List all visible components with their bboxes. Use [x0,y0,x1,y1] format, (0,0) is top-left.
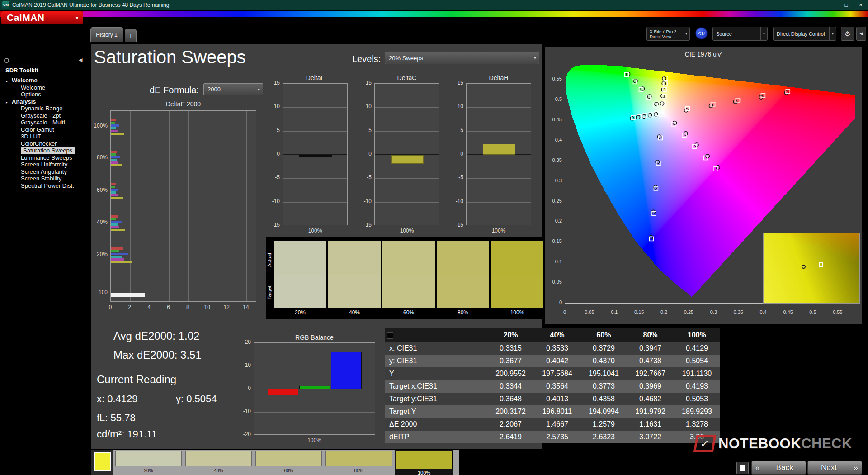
calman-logo-text: CalMAN [1,12,71,23]
target-swatch [274,275,326,308]
deltae-bar [111,218,116,220]
chevron-down-icon: ▾ [683,27,689,40]
tile-swatch [326,451,392,466]
sidebar-item-saturation-sweeps[interactable]: Saturation Sweeps [0,147,89,154]
source-dropdown[interactable]: Source ▾ [712,27,768,41]
deltaC-chart-title: DeltaC [374,74,439,81]
meter-count-badge[interactable]: 237 [695,27,708,39]
deltae-bar [111,156,120,158]
expander-icon: ▸ [6,99,12,106]
levels-dropdown[interactable]: 20% Sweeps ▾ [385,52,539,64]
back-button[interactable]: « Back [751,461,806,475]
sidebar-item-grayscale-multi[interactable]: Grayscale - Multi [0,119,89,126]
sidebar-item-colorchecker[interactable]: ColorChecker [0,140,89,147]
deltaC-plot [374,83,439,225]
window-title: CalMAN 2019 CalMAN Ultimate for Business… [12,2,169,8]
chevron-down-icon: ▾ [829,27,836,40]
sidebar-title: SDR Toolkit [5,67,38,74]
sidebar-item-screen-stability[interactable]: Screen Stability [0,175,89,182]
deltae-bar [111,250,119,252]
current-patch-preview [94,452,111,471]
deltaH-chart-title: DeltaH [466,74,531,81]
sidebar-item-grayscale-2pt[interactable]: Grayscale - 2pt [0,112,89,119]
minimize-button[interactable]: ─ [825,0,839,10]
next-button[interactable]: Next » [807,461,862,475]
actual-row-label: Actual [267,244,273,276]
table-row: Target x:CIE310.33440.35640.37730.39690.… [385,380,720,393]
table-header: 60% [580,328,627,342]
table-header [385,328,487,342]
rgb-balance-plot [254,342,375,435]
swatch-20% [274,241,326,308]
saturation-tile-100%[interactable]: 100% [395,450,453,475]
saturation-tile-80%[interactable]: 80% [325,450,393,475]
table-row: dEITP2.64192.57352.63233.07223.86 [385,431,720,443]
add-tab-button[interactable]: + [125,29,137,42]
deltae-chart-title: DeltaE 2000 [110,100,256,108]
sidebar-item-color-gamut[interactable]: Color Gamut [0,126,89,133]
current-reading-label: Current Reading [97,373,176,386]
target-swatch [437,275,489,308]
deltae-bar [111,119,116,121]
notebookcheck-watermark: ✓ NOTEBOOKCHECK [695,435,852,452]
settings-gear-button[interactable]: ⚙ [841,27,854,41]
meter-dropdown[interactable]: X-Rite i1Pro 2 Direct View ▾ [646,27,690,41]
close-button[interactable]: × [854,0,868,10]
sidebar-item-options[interactable]: Options [0,91,89,98]
deltae-bar [111,186,115,188]
deltae-bar [111,256,122,258]
sidebar-item-spectral-power-dist-[interactable]: Spectral Power Dist. [0,182,89,190]
actual-swatch [491,241,543,275]
x-readout: x: 0.4129 [97,393,138,405]
swatch-80% [437,241,489,308]
swatch-100% [491,241,543,308]
tab-history-1[interactable]: History 1 [90,27,123,42]
sidebar-tree: ▸WelcomeWelcomeOptions▸AnalysisDynamic R… [0,77,89,189]
tile-label: 40% [184,467,253,475]
calman-logo-menu[interactable]: CalMAN ▼ [1,11,83,24]
deltae-bar [111,226,119,228]
deltae-bar [111,247,123,250]
swatch-40% [328,241,381,308]
rainbow-strip [0,11,868,17]
sidebar-item-luminance-sweeps[interactable]: Luminance Sweeps [0,154,89,162]
swatch-label: 100% [491,309,543,316]
display-control-dropdown[interactable]: Direct Display Control ▾ [773,27,836,41]
sidebar-item-welcome[interactable]: Welcome [0,84,89,91]
sidebar-item-3d-lut[interactable]: 3D LUT [0,133,89,140]
sidebar-item-analysis[interactable]: ▸Analysis [0,98,89,105]
avg-de-readout: Avg dE2000: 1.02 [113,330,199,342]
y-readout: y: 0.5054 [176,393,217,405]
deltae-bar [111,153,116,156]
logo-dropdown-icon: ▼ [71,11,83,24]
saturation-tile-40%[interactable]: 40% [184,450,253,475]
sidebar-item-dynamic-range[interactable]: Dynamic Range [0,105,89,112]
tile-label: 100% [395,469,453,475]
de-formula-dropdown[interactable]: 2000 ▾ [203,83,263,95]
deltae-bar [111,133,124,135]
deltae-bar [111,215,118,218]
panel-collapse-button[interactable]: ◀ [856,27,866,41]
saturation-tile-60%[interactable]: 60% [255,450,323,475]
cie-chart-title: CIE 1976 u'v' [545,51,862,58]
expander-icon: ▸ [6,78,12,85]
sidebar-record-icon[interactable] [4,58,9,63]
table-header: 20% [487,328,534,342]
sidebar-collapse-icon[interactable]: ◀ [79,57,82,63]
deltae-bar [111,122,115,124]
table-row: ΔE 20002.20671.46671.25791.16311.3278 [385,418,720,431]
sidebar-item-welcome[interactable]: ▸Welcome [0,77,89,84]
deltae-bar [111,130,118,132]
sidebar-item-screen-angularity[interactable]: Screen Angularity [0,168,89,176]
tile-swatch [185,451,252,466]
rgb-bar-red [268,389,298,395]
next-chevrons-icon: » [850,463,862,473]
target-point-icon [819,262,823,267]
table-row: Target y:CIE310.36480.40130.43580.46820.… [385,393,720,405]
saturation-tile-20%[interactable]: 20% [114,450,183,475]
deltae-bar [111,159,117,161]
deltae-bar [111,124,119,127]
maximize-button[interactable]: □ [839,0,854,10]
sidebar-item-screen-uniformity[interactable]: Screen Uniformity [0,161,89,168]
stop-pattern-button[interactable] [736,462,749,474]
